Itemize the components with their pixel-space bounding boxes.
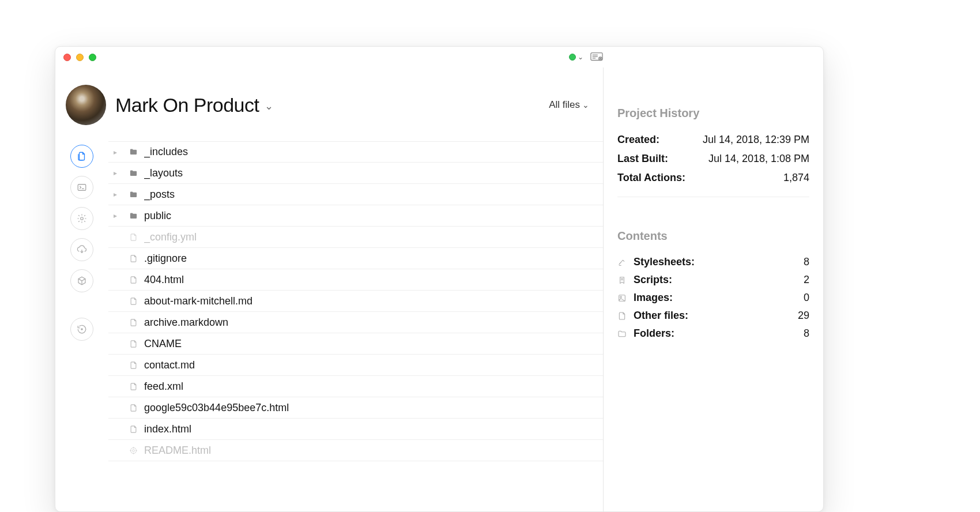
file-filter-button[interactable]: All files ⌄	[549, 99, 589, 111]
window-controls	[63, 54, 96, 61]
history-built-row: Last Built: Jul 14, 2018, 1:08 PM	[617, 149, 809, 168]
file-name: archive.markdown	[144, 317, 228, 329]
rail-files-button[interactable]	[70, 145, 93, 168]
disclosure-triangle-icon[interactable]: ▸	[108, 148, 122, 156]
status-dot-icon	[569, 54, 576, 61]
contents-row: Stylesheets:8	[617, 253, 809, 271]
svg-point-5	[600, 58, 601, 59]
file-icon	[128, 404, 138, 412]
file-row[interactable]: ▸public	[108, 205, 603, 227]
file-row[interactable]: _config.yml	[108, 227, 603, 248]
project-title-button[interactable]: Mark On Product ⌄	[115, 94, 273, 116]
contents-value: 8	[804, 256, 809, 268]
file-name: _includes	[144, 146, 188, 158]
file-row[interactable]: ▸_posts	[108, 184, 603, 205]
rail-settings-button[interactable]	[70, 207, 93, 230]
file-row[interactable]: archive.markdown	[108, 312, 603, 333]
project-avatar[interactable]	[66, 85, 106, 125]
file-row[interactable]: contact.md	[108, 355, 603, 376]
svg-point-8	[81, 217, 84, 220]
file-name: _layouts	[144, 167, 183, 179]
preview-button[interactable]	[590, 52, 603, 62]
history-created-value: Jul 14, 2018, 12:39 PM	[703, 134, 809, 146]
app-window: ⌄ Mark On Product ⌄	[55, 46, 824, 512]
file-list: ▸_includes▸_layouts▸_posts▸public_config…	[108, 141, 603, 511]
contents-list: Stylesheets:8Scripts:2Images:0Other file…	[617, 253, 809, 342]
file-row[interactable]: ▸_layouts	[108, 163, 603, 184]
image-icon	[617, 293, 628, 303]
contents-row: Other files:29	[617, 307, 809, 325]
file-name: .gitignore	[144, 253, 187, 265]
contents-value: 2	[804, 274, 809, 286]
folder-icon	[128, 212, 138, 220]
contents-label: Folders:	[634, 327, 798, 340]
svg-point-12	[132, 449, 134, 451]
contents-row: Images:0	[617, 289, 809, 307]
file-icon	[128, 425, 138, 434]
file-icon	[128, 318, 138, 327]
contents-label: Other files:	[634, 310, 792, 322]
disclosure-triangle-icon[interactable]: ▸	[108, 169, 122, 177]
contents-row: Scripts:2	[617, 271, 809, 289]
rail-deploy-button[interactable]	[70, 238, 93, 261]
history-actions-label: Total Actions:	[617, 172, 685, 184]
file-row[interactable]: google59c03b44e95bee7c.html	[108, 397, 603, 419]
disclosure-triangle-icon[interactable]: ▸	[108, 212, 122, 220]
file-row[interactable]: about-mark-mitchell.md	[108, 291, 603, 312]
minimize-window-button[interactable]	[76, 54, 84, 61]
inspector-panel: Project History Created: Jul 14, 2018, 1…	[603, 67, 823, 511]
contents-label: Images:	[634, 292, 798, 304]
file-name: _config.yml	[144, 231, 197, 243]
contents-row: Folders:8	[617, 325, 809, 342]
svg-point-10	[81, 329, 82, 330]
server-status-button[interactable]: ⌄	[569, 53, 583, 61]
folder-icon	[128, 148, 138, 156]
svg-rect-6	[78, 185, 86, 191]
file-name: feed.xml	[144, 381, 183, 393]
file-name: CNAME	[144, 338, 182, 350]
file-row[interactable]: index.html	[108, 419, 603, 440]
file-icon	[128, 297, 138, 306]
zoom-window-button[interactable]	[89, 54, 96, 61]
file-row[interactable]: ▸_includes	[108, 141, 603, 163]
file-name: index.html	[144, 423, 191, 435]
disclosure-triangle-icon[interactable]: ▸	[108, 190, 122, 198]
left-rail	[55, 141, 108, 511]
rail-packages-button[interactable]	[70, 269, 93, 292]
file-row[interactable]: CNAME	[108, 333, 603, 355]
history-actions-value: 1,874	[783, 172, 809, 184]
file-row[interactable]: feed.xml	[108, 376, 603, 397]
project-title: Mark On Product	[115, 94, 259, 116]
contents-value: 8	[804, 327, 809, 340]
file-row[interactable]: .gitignore	[108, 248, 603, 269]
rail-history-button[interactable]	[70, 318, 93, 341]
file-icon	[128, 382, 138, 391]
folder-icon	[617, 329, 628, 338]
file-name: public	[144, 210, 171, 222]
history-created-row: Created: Jul 14, 2018, 12:39 PM	[617, 130, 809, 149]
contents-value: 29	[798, 310, 809, 322]
file-row[interactable]: README.html	[108, 440, 603, 461]
file-icon	[128, 361, 138, 370]
history-built-label: Last Built:	[617, 153, 668, 165]
svg-point-11	[130, 447, 136, 453]
chevron-down-icon: ⌄	[265, 100, 273, 112]
folder-icon	[128, 190, 138, 199]
contents-label: Stylesheets:	[634, 256, 798, 268]
main-column: Mark On Product ⌄ All files ⌄	[55, 67, 603, 511]
stylesheet-icon	[617, 258, 628, 267]
file-icon	[128, 276, 138, 284]
contents-label: Scripts:	[634, 274, 798, 286]
file-filter-label: All files	[549, 99, 580, 111]
chevron-down-icon: ⌄	[582, 100, 589, 110]
close-window-button[interactable]	[63, 54, 71, 61]
script-icon	[617, 276, 628, 285]
contents-value: 0	[804, 292, 809, 304]
file-name: about-mark-mitchell.md	[144, 295, 252, 307]
folder-icon	[128, 169, 138, 178]
rail-terminal-button[interactable]	[70, 176, 93, 199]
file-row[interactable]: 404.html	[108, 269, 603, 291]
history-heading: Project History	[617, 107, 809, 120]
file-icon	[128, 340, 138, 348]
contents-heading: Contents	[617, 229, 809, 243]
